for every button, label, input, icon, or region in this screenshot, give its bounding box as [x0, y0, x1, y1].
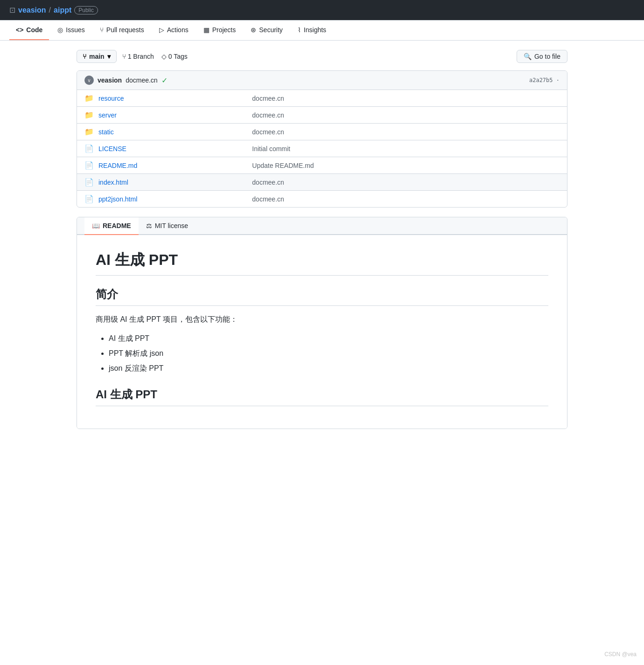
tab-pull-requests[interactable]: ⑂ Pull requests	[93, 21, 151, 40]
folder-icon: 📁	[84, 94, 94, 103]
tab-insights[interactable]: ⌇ Insights	[291, 21, 333, 40]
file-name[interactable]: LICENSE	[98, 145, 252, 152]
tab-projects-label: Projects	[212, 26, 236, 34]
file-browser: v veasion docmee.cn ✓ a2a27b5 · 📁 resour…	[77, 70, 567, 208]
branch-count[interactable]: ⑂ 1 Branch	[122, 53, 154, 60]
file-name[interactable]: static	[98, 128, 252, 136]
readme-content: AI 生成 PPT 简介 商用级 AI 生成 PPT 项目，包含以下功能： AI…	[77, 235, 567, 429]
folder-icon: 📁	[84, 127, 94, 136]
readme-section-body-1: 商用级 AI 生成 PPT 项目，包含以下功能：	[96, 313, 548, 326]
projects-icon: ▦	[203, 26, 210, 34]
branch-selector[interactable]: ⑂ main ▾	[77, 50, 117, 63]
actions-icon: ▷	[159, 26, 164, 34]
folder-icon: 📁	[84, 111, 94, 119]
commit-message: docmee.cn	[126, 76, 157, 84]
repo-slash: /	[49, 6, 51, 14]
avatar: v	[84, 76, 94, 85]
go-to-file-label: Go to file	[534, 53, 560, 60]
tab-security[interactable]: ⊛ Security	[244, 21, 289, 40]
repo-name[interactable]: aippt	[54, 6, 71, 14]
main-content: ⑂ main ▾ ⑂ 1 Branch ◇ 0 Tags 🔍 Go to fil…	[65, 41, 579, 438]
readme-tab-label: README	[103, 222, 131, 229]
tab-projects[interactable]: ▦ Projects	[197, 21, 243, 40]
check-icon: ✓	[161, 76, 168, 85]
repo-owner[interactable]: veasion	[18, 6, 46, 14]
tab-nav: <> Code ◎ Issues ⑂ Pull requests ▷ Actio…	[0, 21, 644, 41]
file-name[interactable]: resource	[98, 95, 252, 102]
tab-actions-label: Actions	[167, 26, 189, 34]
list-item: json 反渲染 PPT	[109, 361, 548, 376]
branch-selector-icon: ⑂	[83, 53, 86, 60]
file-commit-msg: docmee.cn	[252, 195, 560, 203]
file-icon: 📄	[84, 194, 94, 203]
commit-author: v veasion docmee.cn ✓	[84, 76, 168, 85]
file-commit-msg: docmee.cn	[252, 179, 560, 186]
readme-section-heading-1: 简介	[96, 287, 548, 306]
file-name[interactable]: README.md	[98, 162, 252, 169]
file-name[interactable]: server	[98, 111, 252, 119]
file-commit-msg: docmee.cn	[252, 95, 560, 102]
tab-code-label: Code	[26, 26, 42, 34]
branch-selector-name: main	[89, 53, 105, 60]
table-row[interactable]: 📁 server docmee.cn	[77, 107, 567, 124]
readme-tabs: 📖 README ⚖ MIT license	[77, 217, 567, 235]
tab-security-label: Security	[259, 26, 283, 34]
public-badge: Public	[74, 6, 98, 14]
table-row[interactable]: 📄 ppt2json.html docmee.cn	[77, 191, 567, 207]
go-to-file-button[interactable]: 🔍 Go to file	[517, 50, 567, 63]
table-row[interactable]: 📁 static docmee.cn	[77, 124, 567, 140]
branch-dropdown-icon: ▾	[107, 53, 111, 60]
tab-code[interactable]: <> Code	[9, 21, 49, 40]
code-icon: <>	[16, 26, 23, 34]
file-icon: 📄	[84, 161, 94, 170]
readme-section-heading-2: AI 生成 PPT	[96, 387, 548, 406]
commit-info-row: v veasion docmee.cn ✓ a2a27b5 ·	[77, 71, 567, 90]
tab-issues-label: Issues	[66, 26, 84, 34]
tab-readme[interactable]: 📖 README	[84, 217, 139, 235]
commit-hash: a2a27b5 ·	[529, 77, 560, 83]
mit-license-tab-label: MIT license	[155, 222, 188, 229]
table-row[interactable]: 📄 index.html docmee.cn	[77, 174, 567, 191]
tab-mit-license[interactable]: ⚖ MIT license	[139, 217, 196, 235]
security-icon: ⊛	[251, 26, 256, 34]
top-header: ⊡ veasion / aippt Public	[0, 0, 644, 21]
insights-icon: ⌇	[298, 26, 301, 34]
readme-section: 📖 README ⚖ MIT license AI 生成 PPT 简介 商用级 …	[77, 217, 567, 429]
search-icon: 🔍	[524, 53, 532, 60]
commit-author-name[interactable]: veasion	[98, 76, 122, 84]
repo-icon: ⊡	[9, 6, 15, 14]
readme-book-icon: 📖	[92, 222, 100, 229]
tag-count-icon: ◇	[161, 53, 167, 60]
file-icon: 📄	[84, 178, 94, 187]
toolbar-left: ⑂ main ▾ ⑂ 1 Branch ◇ 0 Tags	[77, 50, 188, 63]
file-icon: 📄	[84, 144, 94, 153]
repo-toolbar: ⑂ main ▾ ⑂ 1 Branch ◇ 0 Tags 🔍 Go to fil…	[77, 50, 567, 63]
file-commit-msg: docmee.cn	[252, 128, 560, 136]
balance-scale-icon: ⚖	[146, 222, 152, 229]
pull-requests-icon: ⑂	[100, 26, 104, 34]
list-item: AI 生成 PPT	[109, 331, 548, 346]
table-row[interactable]: 📁 resource docmee.cn	[77, 90, 567, 107]
repo-title: ⊡ veasion / aippt Public	[9, 6, 98, 14]
file-commit-msg: Initial commit	[252, 145, 560, 152]
tab-actions[interactable]: ▷ Actions	[153, 21, 195, 40]
file-commit-msg: Update README.md	[252, 162, 560, 169]
tab-pull-requests-label: Pull requests	[106, 26, 144, 34]
file-commit-msg: docmee.cn	[252, 111, 560, 119]
readme-list-1: AI 生成 PPT PPT 解析成 json json 反渲染 PPT	[96, 331, 548, 376]
list-item: PPT 解析成 json	[109, 346, 548, 361]
issues-icon: ◎	[57, 26, 63, 34]
file-name[interactable]: ppt2json.html	[98, 195, 252, 203]
branch-count-label: 1 Branch	[128, 53, 154, 60]
tab-insights-label: Insights	[304, 26, 326, 34]
tag-count-label: 0 Tags	[168, 53, 188, 60]
readme-title: AI 生成 PPT	[96, 250, 548, 276]
tab-issues[interactable]: ◎ Issues	[51, 21, 91, 40]
file-name[interactable]: index.html	[98, 179, 252, 186]
table-row[interactable]: 📄 README.md Update README.md	[77, 157, 567, 174]
tag-count[interactable]: ◇ 0 Tags	[161, 53, 188, 60]
table-row[interactable]: 📄 LICENSE Initial commit	[77, 140, 567, 157]
branch-count-icon: ⑂	[122, 53, 126, 60]
branch-info: ⑂ 1 Branch ◇ 0 Tags	[122, 53, 188, 60]
